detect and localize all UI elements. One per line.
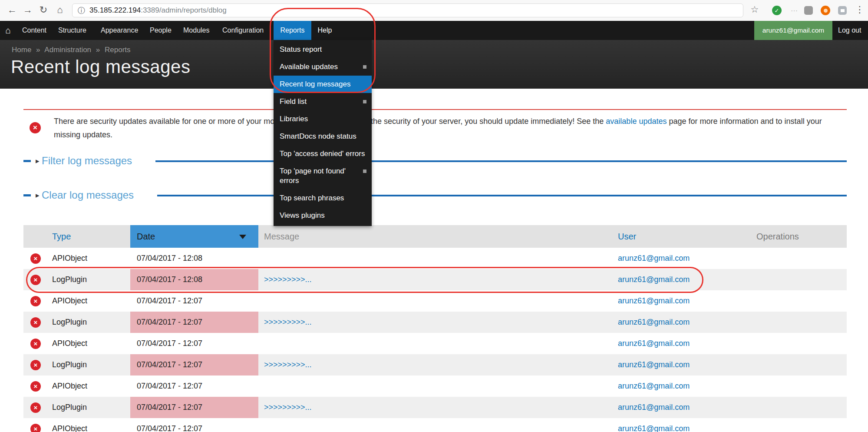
filter-collapse-arrow-icon[interactable]: ▸ [36,156,40,166]
menu-item-smartdocs-node-status[interactable]: SmartDocs node status [274,128,372,145]
error-banner-text: There are security updates available for… [54,115,831,142]
breadcrumb-reports[interactable]: Reports [105,46,131,54]
user-link[interactable]: arunz61@gmail.com [618,424,690,432]
admin-home-icon[interactable]: ⌂ [5,21,11,40]
message-link[interactable]: >>>>>>>>>... [264,275,312,284]
menu-appearance[interactable]: Appearance [101,21,138,40]
row-user: arunz61@gmail.com [617,248,740,269]
menu-item-top-page-not-found[interactable]: Top 'page not found' errors [274,163,372,189]
header-type[interactable]: Type [48,225,130,248]
error-x-icon: × [30,402,41,413]
error-x-icon: × [30,253,41,264]
error-banner-border [23,109,847,110]
admin-toolbar: ⌂ Content Structure Appearance People Mo… [0,21,868,40]
bookmark-star-icon[interactable]: ☆ [749,4,761,15]
menu-item-libraries[interactable]: Libraries [274,110,372,128]
menu-reports[interactable]: Reports [274,21,311,40]
clear-log-messages-legend[interactable]: Clear log messages [42,189,134,201]
menu-item-recent-log-messages[interactable]: Recent log messages [274,76,372,93]
error-x-icon: × [30,424,41,432]
row-user: arunz61@gmail.com [617,269,740,290]
menu-content[interactable]: Content [22,21,46,40]
logout-link[interactable]: Log out [838,21,861,40]
menu-structure[interactable]: Structure [58,21,86,40]
menu-item-views-plugins[interactable]: Views plugins [274,207,372,224]
sort-desc-icon [239,235,246,239]
header-icon-column [23,225,48,248]
row-operations [740,333,847,354]
table-row: × LogPlugin 07/04/2017 - 12:07 >>>>>>>>>… [23,397,847,418]
user-link[interactable]: arunz61@gmail.com [618,254,690,263]
menu-item-top-access-denied[interactable]: Top 'access denied' errors [274,145,372,163]
menu-people[interactable]: People [150,21,172,40]
error-banner-icon: × [30,122,41,133]
menu-item-top-search-phrases[interactable]: Top search phrases [274,189,372,207]
row-type: LogPlugin [48,354,130,376]
row-message [258,418,617,432]
extension-green-check-icon[interactable]: ✓ [772,6,782,15]
menu-item-field-list[interactable]: Field list [274,93,372,110]
extension-orange-icon[interactable] [821,6,830,15]
row-severity-cell: × [23,333,48,354]
row-date: 07/04/2017 - 12:07 [130,333,258,354]
extension-dots-icon[interactable]: ⋯ [789,6,799,15]
user-link[interactable]: arunz61@gmail.com [618,403,690,412]
breadcrumb-home[interactable]: Home [12,46,31,54]
row-user: arunz61@gmail.com [617,397,740,418]
home-icon[interactable]: ⌂ [54,4,66,16]
breadcrumb-administration[interactable]: Administration [44,46,91,54]
row-date: 07/04/2017 - 12:07 [130,376,258,397]
table-header-row: Type Date Message User Operations [23,225,847,248]
menu-help[interactable]: Help [311,21,338,40]
clear-collapse-arrow-icon[interactable]: ▸ [36,191,40,200]
user-email-badge[interactable]: arunz61@gmail.com [754,21,832,40]
clear-fieldset-dash [23,194,31,196]
filter-fieldset-line [155,160,847,162]
header-date[interactable]: Date [130,225,258,248]
message-link[interactable]: >>>>>>>>>... [264,360,312,369]
message-link[interactable]: >>>>>>>>>... [264,403,312,412]
available-updates-link[interactable]: available updates [606,117,667,126]
menu-item-available-updates[interactable]: Available updates [274,58,372,76]
header-message: Message [258,225,617,248]
row-operations [740,376,847,397]
error-x-icon: × [30,296,41,306]
breadcrumb-separator: » [36,46,40,54]
back-icon[interactable]: ← [6,4,18,16]
menu-modules[interactable]: Modules [183,21,209,40]
user-link[interactable]: arunz61@gmail.com [618,296,690,306]
error-x-icon: × [30,122,41,133]
error-x-icon: × [30,275,41,285]
message-link[interactable]: >>>>>>>>>... [264,318,312,327]
row-message: >>>>>>>>>... [258,397,617,418]
row-date: 07/04/2017 - 12:07 [130,290,258,312]
user-link[interactable]: arunz61@gmail.com [618,360,690,369]
filter-log-messages-legend[interactable]: Filter log messages [42,155,132,167]
menu-item-status-report[interactable]: Status report [274,41,372,58]
row-type: APIObject [48,418,130,432]
header-user[interactable]: User [617,225,740,248]
row-user: arunz61@gmail.com [617,333,740,354]
url-path: :3389/admin/reports/dblog [141,6,227,15]
address-bar[interactable]: ⓘ 35.185.222.194:3389/admin/reports/dblo… [72,3,743,17]
row-user: arunz61@gmail.com [617,376,740,397]
reload-icon[interactable]: ↻ [37,4,50,16]
row-message: >>>>>>>>>... [258,354,617,376]
row-user: arunz61@gmail.com [617,354,740,376]
row-type: LogPlugin [48,312,130,333]
forward-icon[interactable]: → [22,4,34,16]
user-link[interactable]: arunz61@gmail.com [618,318,690,327]
user-link[interactable]: arunz61@gmail.com [618,339,690,348]
row-date: 07/04/2017 - 12:07 [130,397,258,418]
user-link[interactable]: arunz61@gmail.com [618,382,690,391]
extension-monitor-icon[interactable] [838,6,847,15]
browser-menu-icon[interactable]: ⋮ [854,4,866,15]
row-type: LogPlugin [48,397,130,418]
user-link[interactable]: arunz61@gmail.com [618,275,690,284]
error-x-icon: × [30,339,41,349]
site-info-icon[interactable]: ⓘ [78,6,85,16]
row-severity-cell: × [23,312,48,333]
browser-toolbar: ← → ↻ ⌂ ⓘ 35.185.222.194:3389/admin/repo… [0,0,868,21]
extension-gray-icon[interactable] [804,6,813,15]
menu-configuration[interactable]: Configuration [222,21,264,40]
